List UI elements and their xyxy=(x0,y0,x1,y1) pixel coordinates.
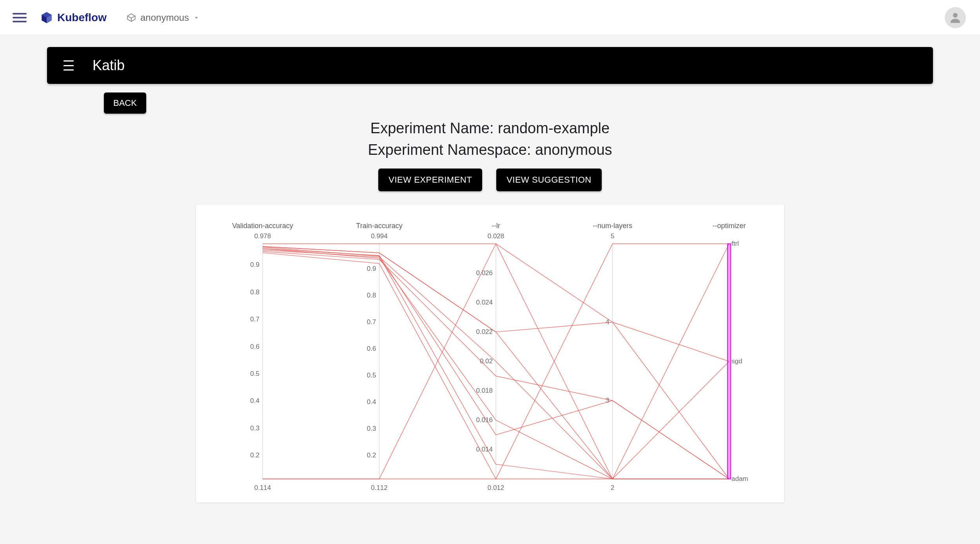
view-suggestion-button[interactable]: VIEW SUGGESTION xyxy=(496,169,602,191)
svg-text:0.3: 0.3 xyxy=(367,425,376,432)
svg-text:Validation-accuracy: Validation-accuracy xyxy=(232,222,293,230)
svg-rect-51 xyxy=(728,244,731,479)
back-button[interactable]: BACK xyxy=(104,92,146,114)
kubeflow-logo-icon xyxy=(40,11,53,24)
katib-header: Katib xyxy=(47,47,933,84)
svg-text:3: 3 xyxy=(606,397,609,404)
experiment-namespace: Experiment Namespace: anonymous xyxy=(47,141,933,158)
experiment-name: Experiment Name: random-example xyxy=(47,120,933,137)
view-experiment-button[interactable]: VIEW EXPERIMENT xyxy=(378,169,482,191)
namespace-select[interactable]: anonymous xyxy=(126,12,200,23)
svg-text:0.4: 0.4 xyxy=(367,398,376,406)
svg-text:--optimizer: --optimizer xyxy=(712,222,746,230)
svg-text:0.2: 0.2 xyxy=(250,452,260,459)
chevron-down-icon xyxy=(193,14,200,21)
svg-text:0.7: 0.7 xyxy=(250,316,260,323)
svg-text:0.8: 0.8 xyxy=(250,288,260,296)
svg-text:0.7: 0.7 xyxy=(367,318,376,326)
svg-text:0.978: 0.978 xyxy=(254,232,271,240)
brand-text: Kubeflow xyxy=(57,11,107,24)
main-menu-button[interactable] xyxy=(13,11,27,25)
svg-text:Train-accuracy: Train-accuracy xyxy=(356,222,402,230)
app-topbar: Kubeflow anonymous xyxy=(0,0,980,35)
brand: Kubeflow xyxy=(40,11,107,24)
svg-text:--lr: --lr xyxy=(492,222,500,230)
svg-text:0.8: 0.8 xyxy=(367,292,376,299)
user-avatar[interactable] xyxy=(945,7,966,28)
svg-text:0.012: 0.012 xyxy=(488,484,505,491)
svg-text:0.5: 0.5 xyxy=(367,372,376,379)
parallel-coordinates-chart[interactable]: Validation-accuracy0.9780.90.80.70.60.50… xyxy=(227,216,753,499)
person-icon xyxy=(948,11,962,25)
svg-text:0.6: 0.6 xyxy=(250,343,260,350)
chart-card: Validation-accuracy0.9780.90.80.70.60.50… xyxy=(196,205,784,502)
svg-text:sgd: sgd xyxy=(731,357,742,365)
svg-text:2: 2 xyxy=(611,484,614,491)
svg-text:0.114: 0.114 xyxy=(254,484,271,491)
svg-text:0.022: 0.022 xyxy=(476,328,493,335)
katib-menu-button[interactable] xyxy=(64,60,74,71)
svg-text:0.4: 0.4 xyxy=(250,397,260,404)
svg-text:0.018: 0.018 xyxy=(476,387,493,394)
svg-text:0.028: 0.028 xyxy=(488,232,505,240)
cube-icon xyxy=(126,13,136,23)
svg-text:0.5: 0.5 xyxy=(250,370,260,377)
svg-point-4 xyxy=(953,13,958,18)
svg-text:0.2: 0.2 xyxy=(367,452,376,459)
svg-text:0.6: 0.6 xyxy=(367,345,376,352)
svg-text:0.024: 0.024 xyxy=(476,299,493,306)
svg-text:0.3: 0.3 xyxy=(250,424,260,432)
svg-text:adam: adam xyxy=(731,475,748,482)
svg-text:0.02: 0.02 xyxy=(480,357,493,365)
svg-text:--num-layers: --num-layers xyxy=(593,222,632,230)
namespace-label: anonymous xyxy=(140,12,189,23)
svg-text:0.026: 0.026 xyxy=(476,269,493,277)
svg-text:ftrl: ftrl xyxy=(731,240,739,247)
svg-text:0.994: 0.994 xyxy=(371,232,388,240)
svg-text:5: 5 xyxy=(611,232,614,240)
svg-text:0.9: 0.9 xyxy=(250,261,260,268)
svg-text:0.112: 0.112 xyxy=(371,484,388,491)
katib-title: Katib xyxy=(93,57,125,74)
svg-text:0.9: 0.9 xyxy=(367,265,376,272)
